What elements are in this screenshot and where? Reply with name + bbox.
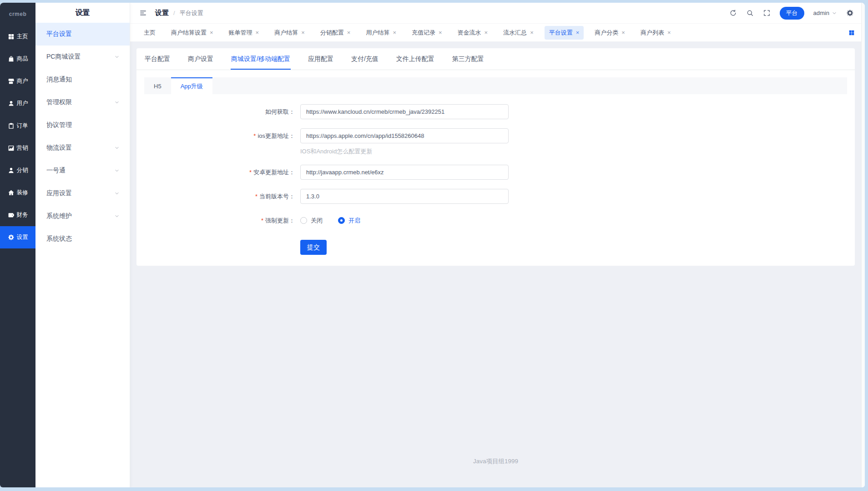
radio-label: 开启 <box>348 217 360 225</box>
page-tag[interactable]: 分销配置 × <box>316 26 355 40</box>
page-tag[interactable]: 充值记录 × <box>407 26 447 40</box>
close-icon[interactable]: × <box>439 30 442 35</box>
page-tag[interactable]: 账单管理 × <box>224 26 264 40</box>
config-tab[interactable]: 文件上传配置 <box>396 48 435 70</box>
config-tab[interactable]: 商户设置 <box>187 48 214 70</box>
topbar-actions: 平台 admin <box>729 7 854 20</box>
main-nav-item[interactable]: 设置 <box>0 226 35 248</box>
page-tag-label: 商户结算设置 <box>171 29 207 37</box>
nav-icon <box>8 145 15 152</box>
topbar: 设置 / 平台设置 平台 admin <box>130 3 861 24</box>
radio-option[interactable]: 关闭 <box>300 217 323 225</box>
main-nav-item[interactable]: 分销 <box>0 159 35 182</box>
page-tag[interactable]: 用户结算 × <box>361 26 401 40</box>
user-menu[interactable]: admin <box>813 10 837 16</box>
nav-label: 商品 <box>17 55 28 63</box>
sub-tab[interactable]: H5 <box>144 77 171 94</box>
page-tag[interactable]: 商户列表 × <box>636 26 676 40</box>
settings-menu-item[interactable]: 应用设置 <box>35 182 130 205</box>
tags-overview-button[interactable] <box>848 30 855 36</box>
settings-menu-label: PC商城设置 <box>46 53 81 61</box>
page-tag-label: 分销配置 <box>320 29 344 37</box>
page-tag[interactable]: 主页 <box>139 26 160 40</box>
chevron-down-icon <box>114 145 120 151</box>
config-tab[interactable]: 支付/充值 <box>351 48 379 70</box>
radio-circle <box>338 217 345 224</box>
config-tab[interactable]: 平台配置 <box>144 48 171 70</box>
nav-label: 设置 <box>17 233 28 241</box>
role-badge[interactable]: 平台 <box>780 7 804 20</box>
settings-menu-item[interactable]: PC商城设置 <box>35 46 130 68</box>
main-nav-item[interactable]: 财务 <box>0 204 35 226</box>
close-icon[interactable]: × <box>393 30 396 35</box>
text-input[interactable] <box>300 104 509 119</box>
settings-menu-item[interactable]: 平台设置 <box>35 23 130 46</box>
text-input[interactable] <box>300 128 509 143</box>
main-nav-item[interactable]: 用户 <box>0 92 35 115</box>
main-nav-item[interactable]: 订单 <box>0 115 35 137</box>
sub-tab[interactable]: App升级 <box>171 77 212 94</box>
topbar-action-button[interactable] <box>763 9 771 17</box>
main-nav-item[interactable]: 营销 <box>0 137 35 159</box>
field-label: *ios更新地址： <box>136 128 300 156</box>
field-label-text: 强制更新： <box>265 217 295 224</box>
close-icon[interactable]: × <box>484 30 488 35</box>
settings-menu-item[interactable]: 系统维护 <box>35 205 130 228</box>
page-tag[interactable]: 商户结算设置 × <box>167 26 218 40</box>
close-icon[interactable]: × <box>576 30 580 35</box>
header-settings-button[interactable] <box>846 9 854 17</box>
scrollbar[interactable] <box>861 3 865 487</box>
radio-dot <box>340 219 343 222</box>
field-label: *强制更新： <box>136 213 300 228</box>
config-tab[interactable]: 商城设置/移动端配置 <box>231 48 291 70</box>
field-hint-link[interactable]: IOS和Android怎么配置更新 <box>300 147 509 156</box>
radio-option[interactable]: 开启 <box>338 217 360 225</box>
close-icon[interactable]: × <box>667 30 671 35</box>
settings-menu-item[interactable]: 一号通 <box>35 159 130 182</box>
nav-icon <box>8 234 15 241</box>
page-tag[interactable]: 商户分类 × <box>590 26 630 40</box>
config-tab[interactable]: 应用配置 <box>308 48 334 70</box>
topbar-action-button[interactable] <box>729 9 737 17</box>
page-tag-label: 用户结算 <box>366 29 389 37</box>
required-marker: * <box>253 132 256 139</box>
page-tag[interactable]: 资金流水 × <box>453 26 493 40</box>
nav-label: 装修 <box>17 189 28 197</box>
nav-icon <box>8 100 15 107</box>
settings-menu-item[interactable]: 系统状态 <box>35 228 130 250</box>
main-nav-item[interactable]: 商品 <box>0 48 35 70</box>
text-input[interactable] <box>300 189 509 204</box>
page-tag[interactable]: 平台设置 × <box>545 26 584 40</box>
main-nav-item[interactable]: 装修 <box>0 182 35 204</box>
close-icon[interactable]: × <box>621 30 625 35</box>
collapse-menu-button[interactable] <box>139 9 147 17</box>
settings-menu-item[interactable]: 管理权限 <box>35 91 130 114</box>
page-tag[interactable]: 流水汇总 × <box>499 26 538 40</box>
nav-label: 分销 <box>17 167 28 174</box>
settings-menu-item[interactable]: 消息通知 <box>35 68 130 91</box>
main-nav-item[interactable]: 主页 <box>0 25 35 48</box>
settings-menu-label: 平台设置 <box>46 30 72 38</box>
close-icon[interactable]: × <box>530 30 534 35</box>
close-icon[interactable]: × <box>256 30 259 35</box>
settings-menu-label: 系统状态 <box>46 235 72 243</box>
topbar-action-button[interactable] <box>746 9 754 17</box>
chevron-down-icon <box>114 100 120 105</box>
field-label: *安卓更新地址： <box>136 165 300 180</box>
close-icon[interactable]: × <box>301 30 305 35</box>
config-tab[interactable]: 第三方配置 <box>452 48 484 70</box>
page-tag-label: 平台设置 <box>549 29 573 37</box>
settings-menu-item[interactable]: 协议管理 <box>35 114 130 137</box>
close-icon[interactable]: × <box>347 30 351 35</box>
field-control: IOS和Android怎么配置更新 <box>300 128 509 156</box>
chevron-down-icon <box>114 54 120 60</box>
page-tag[interactable]: 商户结算 × <box>270 26 309 40</box>
submit-button[interactable]: 提交 <box>300 240 327 255</box>
close-icon[interactable]: × <box>210 30 213 35</box>
text-input[interactable] <box>300 165 509 180</box>
form-fields: 如何获取： *ios更新地址： <box>136 104 855 204</box>
nav-icon <box>8 56 15 62</box>
main-nav-item[interactable]: 商户 <box>0 70 35 92</box>
chevron-down-icon <box>114 213 120 219</box>
settings-menu-item[interactable]: 物流设置 <box>35 137 130 159</box>
